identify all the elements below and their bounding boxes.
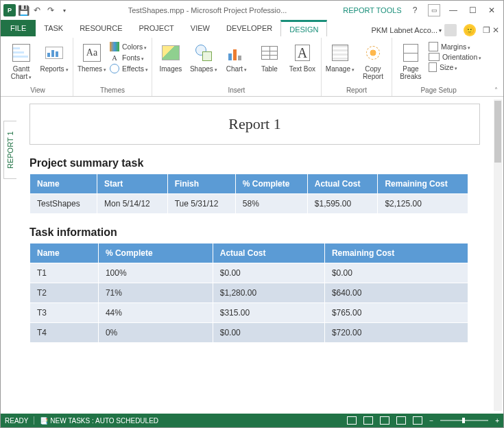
view-shortcut-3[interactable]: [380, 416, 389, 425]
redo-button[interactable]: ↷: [45, 4, 57, 16]
page-breaks-button[interactable]: Page Breaks: [396, 40, 426, 80]
window-restore-icon[interactable]: ❐: [480, 25, 490, 35]
tasks-header: Remaining Cost: [324, 243, 468, 263]
ribbon-group-report: Manage Copy Report Report: [322, 38, 392, 96]
page-breaks-icon: [403, 44, 418, 62]
images-button[interactable]: Images: [156, 40, 186, 73]
title-bar: P 💾 ↶ ↷ ▾ TestShapes.mpp - Microsoft Pro…: [1, 1, 503, 20]
zoom-slider[interactable]: [440, 420, 488, 421]
cell[interactable]: $720.00: [324, 323, 468, 343]
cell[interactable]: 0%: [98, 323, 213, 343]
colors-button[interactable]: Colors: [110, 42, 148, 51]
table-icon: [261, 46, 278, 60]
cell[interactable]: $0.00: [213, 323, 324, 343]
table-row[interactable]: TestShapes Mon 5/14/12 Tue 5/31/12 58% $…: [30, 194, 468, 214]
shapes-button[interactable]: Shapes: [189, 40, 219, 73]
vertical-scrollbar[interactable]: [494, 99, 502, 411]
summary-header: Actual Cost: [307, 174, 378, 194]
table-row[interactable]: T344%$315.00$765.00: [30, 303, 468, 323]
tab-design[interactable]: DESIGN: [280, 20, 327, 36]
cell[interactable]: $0.00: [213, 263, 324, 283]
fonts-button[interactable]: AFonts: [110, 53, 148, 62]
qat-customize[interactable]: ▾: [58, 4, 71, 16]
close-button[interactable]: ✕: [485, 4, 498, 16]
cell[interactable]: $1,595.00: [307, 194, 378, 214]
tasks-table[interactable]: Name % Complete Actual Cost Remaining Co…: [29, 243, 468, 343]
cell[interactable]: $1,280.00: [213, 283, 324, 303]
themes-icon: Aa: [83, 44, 101, 62]
table-row[interactable]: T271%$1,280.00$640.00: [30, 283, 468, 303]
cell[interactable]: T4: [30, 323, 99, 343]
report-canvas: Report 1 Project summary task Name Start…: [17, 99, 492, 411]
themes-button[interactable]: Aa Themes: [77, 40, 107, 73]
avatar: [444, 24, 457, 36]
gantt-chart-icon: [12, 44, 30, 62]
side-tab-report[interactable]: REPORT 1: [3, 121, 16, 179]
cell[interactable]: $0.00: [324, 263, 468, 283]
cell[interactable]: 58%: [235, 194, 307, 214]
collapse-ribbon-icon[interactable]: ˄: [494, 86, 498, 94]
group-label-themes: Themes: [77, 84, 148, 96]
group-label-page-setup: Page Setup: [396, 84, 481, 96]
account-menu[interactable]: PKM Labnet Acco...▾: [363, 24, 459, 36]
orientation-button[interactable]: Orientation: [429, 53, 481, 61]
cell[interactable]: 100%: [98, 263, 213, 283]
zoom-in-button[interactable]: +: [495, 417, 499, 425]
cell[interactable]: Mon 5/14/12: [97, 194, 168, 214]
margins-icon: [429, 42, 438, 51]
cell[interactable]: 71%: [98, 283, 213, 303]
cell[interactable]: T2: [30, 283, 99, 303]
window-title: TestShapes.mpp - Microsoft Project Profe…: [73, 6, 341, 14]
cell[interactable]: T1: [30, 263, 99, 283]
reports-button[interactable]: Reports: [39, 40, 69, 73]
summary-table[interactable]: Name Start Finish % Complete Actual Cost…: [29, 174, 468, 214]
tasks-header: Actual Cost: [213, 243, 324, 263]
tab-project[interactable]: PROJECT: [131, 20, 182, 36]
save-button[interactable]: 💾: [17, 4, 29, 16]
gantt-chart-button[interactable]: Gantt Chart: [6, 40, 36, 80]
cell[interactable]: $2,125.00: [378, 194, 468, 214]
view-shortcut-2[interactable]: [363, 416, 373, 425]
cell[interactable]: $765.00: [324, 303, 468, 323]
copy-report-button[interactable]: Copy Report: [358, 40, 388, 80]
help-button[interactable]: ?: [409, 4, 421, 16]
feedback-smiley-icon[interactable]: 🙂: [464, 24, 476, 36]
text-box-button[interactable]: AText Box: [287, 40, 317, 73]
summary-heading: Project summary task: [29, 157, 480, 169]
table-button[interactable]: Table: [254, 40, 285, 73]
cell[interactable]: 44%: [98, 303, 213, 323]
manage-button[interactable]: Manage: [325, 40, 355, 73]
ribbon-display-options[interactable]: ▭: [428, 4, 440, 16]
minimize-button[interactable]: —: [447, 4, 459, 16]
tab-developer[interactable]: DEVELOPER: [218, 20, 280, 36]
cell[interactable]: TestShapes: [30, 194, 97, 214]
undo-button[interactable]: ↶: [31, 4, 43, 16]
tab-task[interactable]: TASK: [36, 20, 71, 36]
app-icon: P: [3, 4, 16, 16]
table-row[interactable]: T40%$0.00$720.00: [30, 323, 468, 343]
effects-button[interactable]: Effects: [110, 64, 148, 73]
status-new-tasks[interactable]: 📑 NEW TASKS : AUTO SCHEDULED: [40, 417, 158, 425]
ribbon-group-themes: Aa Themes Colors AFonts Effects Themes: [73, 38, 152, 96]
file-tab[interactable]: FILE: [1, 20, 36, 36]
maximize-button[interactable]: ☐: [466, 4, 479, 16]
scrollbar-thumb[interactable]: [494, 101, 501, 163]
cell[interactable]: T3: [30, 303, 99, 323]
cell[interactable]: $315.00: [213, 303, 324, 323]
cell[interactable]: Tue 5/31/12: [167, 194, 235, 214]
report-title[interactable]: Report 1: [29, 104, 480, 145]
margins-button[interactable]: Margins: [429, 42, 481, 51]
table-row[interactable]: T1100%$0.00$0.00: [30, 263, 468, 283]
view-shortcut-1[interactable]: [347, 416, 357, 425]
view-shortcut-4[interactable]: [396, 416, 406, 425]
text-box-icon: A: [295, 45, 310, 61]
window-close-icon[interactable]: ✕: [490, 25, 499, 35]
tab-resource[interactable]: RESOURCE: [71, 20, 130, 36]
size-button[interactable]: Size: [429, 62, 481, 72]
view-shortcut-5[interactable]: [413, 416, 422, 425]
tab-view[interactable]: VIEW: [182, 20, 218, 36]
zoom-out-button[interactable]: −: [429, 417, 433, 425]
copy-report-icon: [366, 46, 380, 60]
cell[interactable]: $640.00: [324, 283, 468, 303]
chart-button[interactable]: Chart: [221, 40, 252, 73]
